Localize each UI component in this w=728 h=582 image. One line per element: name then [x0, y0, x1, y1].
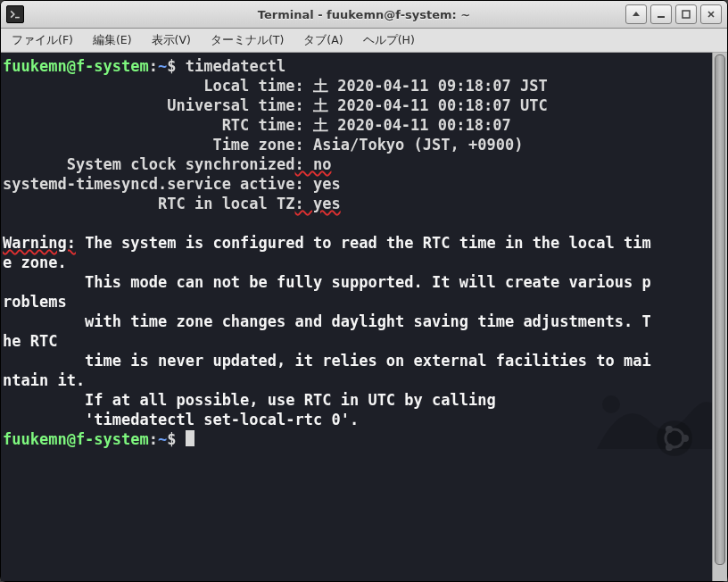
output-universal-time: Universal time: 土 2020-04-11 00:18:07 UT… [3, 96, 548, 114]
svg-point-8 [666, 426, 673, 433]
svg-point-5 [602, 395, 620, 413]
prompt-user: fuukemn@f-system [3, 57, 149, 75]
cursor [186, 430, 194, 446]
terminal-area: fuukemn@f-system:~$ timedatectl Local ti… [1, 53, 727, 581]
command-1: timedatectl [186, 57, 286, 75]
output-clock-sync-label: System clock synchronized [3, 155, 295, 173]
output-timesyncd: systemd-timesyncd.service active: yes [3, 175, 341, 193]
shade-button[interactable] [625, 4, 647, 24]
output-rtc-tz-value: : yes [295, 195, 341, 212]
scrollbar[interactable] [712, 53, 727, 581]
maximize-button[interactable] [675, 4, 697, 24]
menu-edit[interactable]: 編集(E) [89, 31, 136, 50]
ubuntu-watermark-icon [657, 420, 692, 456]
terminal-window: Terminal - fuukemn@f-system: ~ ファイル(F) 編… [0, 0, 728, 582]
terminal-app-icon [6, 5, 24, 23]
warning-line-9: If at all possible, use RTC in UTC by ca… [3, 391, 496, 409]
prompt-path: ~ [158, 57, 167, 75]
menu-view[interactable]: 表示(V) [148, 31, 194, 50]
minimize-button[interactable] [650, 4, 672, 24]
close-button[interactable] [700, 4, 722, 24]
svg-point-6 [666, 429, 683, 447]
warning-line-4: roblems [3, 293, 67, 311]
warning-line-8: ntain it. [3, 371, 85, 389]
output-clock-sync-value: : no [295, 155, 332, 173]
warning-line-2: e zone. [3, 254, 67, 271]
warning-line-6: he RTC [3, 332, 57, 350]
menubar: ファイル(F) 編集(E) 表示(V) ターミナル(T) タブ(A) ヘルプ(H… [1, 29, 727, 53]
warning-line-5: with time zone changes and daylight savi… [3, 312, 651, 330]
svg-rect-1 [658, 16, 665, 18]
scrollbar-thumb[interactable] [715, 54, 725, 565]
output-rtc-time: RTC time: 土 2020-04-11 00:18:07 [3, 116, 511, 134]
titlebar[interactable]: Terminal - fuukemn@f-system: ~ [1, 1, 727, 29]
xfce-watermark-icon [507, 304, 685, 483]
output-local-time: Local time: 土 2020-04-11 09:18:07 JST [3, 77, 548, 95]
terminal-output[interactable]: fuukemn@f-system:~$ timedatectl Local ti… [1, 53, 712, 581]
svg-point-7 [682, 435, 689, 442]
warning-line-1: The system is configured to read the RTC… [76, 234, 651, 252]
svg-point-9 [666, 444, 673, 451]
prompt-user-2: fuukemn@f-system [3, 430, 149, 448]
menu-file[interactable]: ファイル(F) [8, 31, 77, 50]
prompt-path-2: ~ [158, 430, 167, 448]
warning-line-7: time is never updated, it relies on exte… [3, 352, 651, 370]
output-rtc-tz-label: RTC in local TZ [3, 195, 295, 212]
warning-line-10: 'timedatectl set-local-rtc 0'. [3, 411, 359, 428]
warning-line-3: This mode can not be fully supported. It… [3, 273, 651, 291]
menu-terminal[interactable]: ターミナル(T) [207, 31, 287, 50]
menu-tab[interactable]: タブ(A) [300, 31, 346, 50]
menu-help[interactable]: ヘルプ(H) [360, 31, 418, 50]
warning-label: Warning: [3, 234, 76, 252]
svg-rect-2 [682, 11, 690, 18]
window-title: Terminal - fuukemn@f-system: ~ [258, 8, 470, 21]
output-time-zone: Time zone: Asia/Tokyo (JST, +0900) [3, 136, 523, 154]
